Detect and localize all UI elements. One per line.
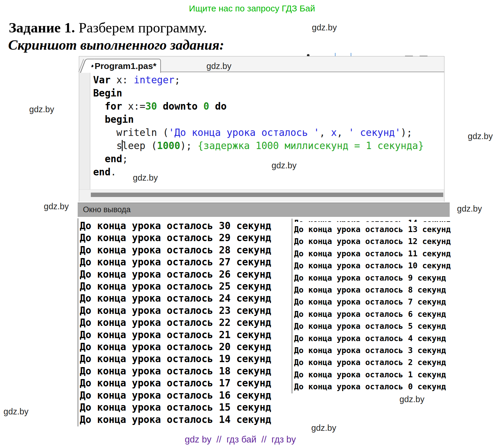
output-right-panel-border	[292, 219, 292, 393]
code-line: for x:=30 downto 0 do	[93, 100, 424, 113]
output-line: До конца урока осталось 12 секунд	[294, 235, 451, 247]
output-line: До конца урока осталось 21 секунд	[80, 329, 271, 341]
gdz-watermark: gdz.by	[311, 423, 336, 433]
gdz-watermark: gdz.by	[44, 202, 69, 211]
output-line: До конца урока осталось 15 секунд	[80, 401, 271, 413]
output-line: До конца урока осталось 11 секунд	[294, 248, 451, 260]
output-line: До конца урока осталось 26 секунд	[80, 268, 271, 280]
page: { "page": { "banner": "Ищите нас по запр…	[0, 0, 504, 446]
tab-strip: •Program1.pas*	[79, 56, 444, 72]
output-line: До конца урока осталось 6 секунд	[294, 308, 451, 320]
code-line: writeln ('До конца урока осталось ', x, …	[93, 126, 424, 139]
code-line: sleep (1000); {задержка 1000 миллисекунд…	[93, 139, 424, 152]
output-line: До конца урока осталось 22 секунд	[80, 317, 271, 329]
gdz-watermark: gdz.by	[133, 173, 158, 183]
output-window-titlebar: Окно вывода	[78, 203, 450, 217]
output-line: До конца урока осталось 1 секунд	[294, 369, 451, 381]
output-line: До конца урока осталось 30 секунд	[80, 220, 271, 232]
editor-gutter	[79, 72, 90, 189]
output-line: До конца урока осталось 2 секунд	[294, 356, 451, 368]
output-line: До конца урока осталось 10 секунд	[294, 260, 451, 272]
output-line: До конца урока осталось 24 секунд	[80, 292, 271, 304]
task-title: Разберем программу.	[75, 20, 207, 36]
gdz-watermark: gdz.by	[468, 132, 493, 141]
output-line: До конца урока осталось 20 секунд	[80, 341, 271, 353]
output-left-panel-border	[78, 218, 78, 426]
site-banner: Ищите нас по запросу ГДЗ Бай	[0, 4, 504, 13]
output-line: До конца урока осталось 3 секунд	[294, 344, 451, 356]
output-line: До конца урока осталось 13 секунд	[294, 223, 451, 235]
output-line: До конца урока осталось 27 секунд	[80, 256, 271, 268]
output-line: До конца урока осталось 16 секунд	[80, 389, 271, 401]
horizontal-scrollbar[interactable]	[79, 189, 444, 202]
output-line: До конца урока осталось 4 секунд	[294, 332, 451, 344]
code-line: Begin	[93, 87, 424, 100]
gdz-watermark: gdz.by	[312, 23, 337, 32]
gdz-watermark: gdz.by	[272, 161, 296, 170]
code-line: Var x: integer;	[93, 73, 424, 87]
output-line: До конца урока осталось 18 секунд	[80, 365, 271, 377]
output-line: До конца урока осталось 0 секунд	[294, 381, 451, 393]
output-line: До конца урока осталось 29 секунд	[80, 232, 271, 244]
tab-program1-pas[interactable]: •Program1.pas*	[86, 59, 161, 73]
gdz-watermark: gdz.by	[399, 395, 424, 404]
output-line: До конца урока осталось 19 секунд	[80, 353, 271, 365]
modified-dot-icon: •	[91, 61, 94, 71]
gdz-watermark: gdz.by	[4, 407, 28, 416]
screenshot-caption: Скриншот выполненного задания:	[8, 37, 224, 53]
horizontal-scrollbar-thumb[interactable]	[91, 193, 443, 197]
gdz-watermark: gdz.by	[457, 204, 482, 214]
output-line: До конца урока осталось 5 секунд	[294, 320, 451, 332]
gdz-watermark: gdz.by	[206, 61, 231, 71]
code-line: begin	[93, 113, 424, 126]
task-heading: Задание 1. Разберем программу.	[9, 19, 207, 36]
output-line: До конца урока осталось 7 секунд	[294, 296, 451, 308]
output-left-column: До конца урока осталось 30 секундДо конц…	[80, 220, 271, 426]
gdz-watermark: gdz.by	[29, 105, 54, 114]
output-right-column: До конца урока осталось 13 секундДо конц…	[294, 223, 451, 393]
output-right-column-clipped-line: До конца урока осталось 14 секунд	[294, 219, 453, 222]
site-footer: gdz by // гдз бай // гдз by	[0, 434, 492, 445]
output-line: До конца урока осталось 25 секунд	[80, 280, 271, 292]
code-text-area[interactable]: Var x: integer;Begin for x:=30 downto 0 …	[93, 73, 424, 179]
output-line: До конца урока осталось 28 секунд	[80, 244, 271, 256]
tab-label: Program1.pas*	[95, 61, 157, 71]
output-window-title: Окно вывода	[83, 203, 131, 216]
output-line: До конца урока осталось 23 секунд	[80, 305, 271, 317]
task-number: Задание 1.	[9, 20, 75, 36]
output-line: До конца урока осталось 9 секунд	[294, 272, 451, 284]
output-line: До конца урока осталось 14 секунд	[80, 414, 271, 426]
code-line: end;	[93, 152, 424, 165]
output-line: До конца урока осталось 17 секунд	[80, 377, 271, 389]
output-line: До конца урока осталось 8 секунд	[294, 284, 451, 296]
